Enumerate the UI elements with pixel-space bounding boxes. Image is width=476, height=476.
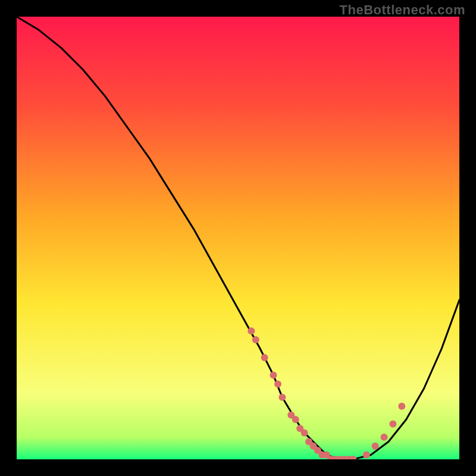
chart-plot-area [17, 17, 459, 459]
scatter-point [278, 394, 286, 401]
watermark-text: TheBottleneck.com [340, 2, 465, 18]
scatter-point [248, 327, 255, 334]
chart-svg [17, 17, 459, 459]
gradient-background [17, 17, 459, 459]
scatter-point [372, 443, 379, 450]
scatter-point [301, 429, 308, 436]
scatter-point [270, 372, 277, 379]
scatter-point [381, 434, 388, 441]
scatter-point [363, 452, 370, 459]
scatter-point [389, 421, 396, 428]
scatter-point [292, 416, 299, 423]
chart-frame: TheBottleneck.com [0, 0, 476, 476]
scatter-point [252, 336, 259, 343]
scatter-point [398, 403, 405, 410]
scatter-point [261, 354, 268, 361]
scatter-point [274, 381, 281, 388]
